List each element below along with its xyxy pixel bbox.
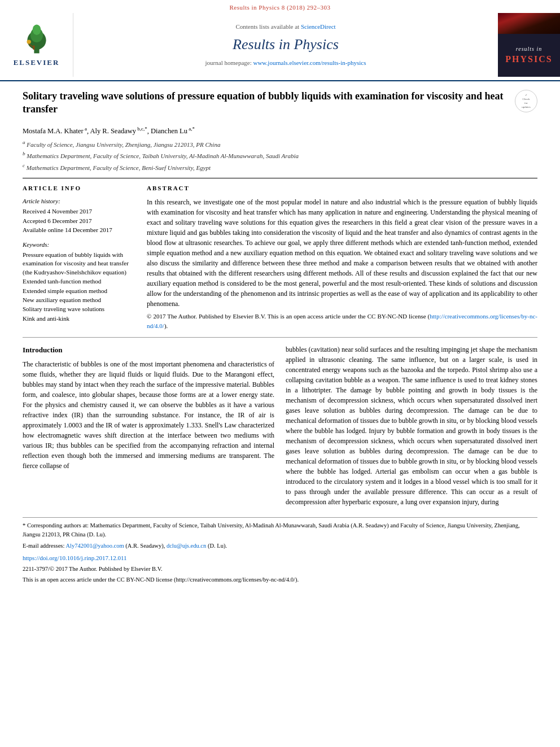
svg-point-3 [32,25,41,35]
history-label: Article history: [23,197,135,206]
results-in-label: results in [516,45,542,53]
header-content: ELSEVIER Contents lists available at Sci… [0,13,560,76]
keyword-5: Solitary traveling wave solutions [23,305,135,313]
keyword-2: Extended tanh-function method [23,277,135,286]
results-in-physics-badge: results in PHYSICS [498,34,560,76]
sciencedirect-link[interactable]: ScienceDirect [301,23,336,30]
intro-text-col1: The characteristic of bubbles is one of … [23,359,274,471]
journal-header: Results in Physics 8 (2018) 292–303 [0,0,560,81]
cc-license-link[interactable]: http://creativecommons.org/licenses/by-n… [147,313,537,329]
email-label: E-mail addresses: [23,543,64,549]
doi-line[interactable]: https://doi.org/10.1016/j.rinp.2017.12.0… [23,553,537,563]
physics-label: PHYSICS [505,53,552,65]
corresponding-label: * Corresponding authors at: [23,522,89,528]
available-date: Available online 14 December 2017 [23,226,135,234]
homepage-url[interactable]: www.journals.elsevier.com/results-in-phy… [253,59,366,66]
keyword-6: Kink and anti-kink [23,314,135,323]
intro-paragraph-1: The characteristic of bubbles is one of … [23,359,274,471]
article-title: Solitary traveling wave solutions of pre… [23,90,509,116]
issn-note: 2211-3797/© 2017 The Author. Published b… [23,565,537,574]
keyword-3: Extended simple equation method [23,287,135,295]
author-2-name: Aly R. Seadawy [90,127,136,135]
section-divider-top [23,178,537,178]
elsevier-logo: ELSEVIER [11,22,62,68]
author-1-name: Mostafa M.A. Khater [23,127,84,135]
journal-badge-section: results in PHYSICS [498,13,560,76]
email2-author: (D. Lu). [208,543,227,549]
body-column-right: bubbles (cavitation) near solid surfaces… [286,344,537,512]
elsevier-logo-section: ELSEVIER [0,13,73,76]
oa-note: This is an open access article under the… [23,575,537,584]
affiliation-b: b Mathematics Department, Faculty of Sci… [23,150,537,160]
page-wrapper: Results in Physics 8 (2018) 292–303 [0,0,560,747]
elsevier-tree-icon [11,22,62,56]
affiliations-section: a Faculty of Science, Jiangsu University… [23,139,537,172]
keywords-section: Keywords: Pressure equation of bubbly li… [23,241,135,324]
article-title-section: Solitary traveling wave solutions of pre… [23,90,537,120]
citation-text: Results in Physics 8 (2018) 292–303 [229,4,330,11]
article-info-abstract-section: ARTICLE INFO Article history: Received 4… [23,184,537,330]
journal-title: Results in Physics [233,34,339,55]
keyword-4: New auxiliary equation method [23,296,135,304]
intro-paragraph-2: bubbles (cavitation) near solid surfaces… [286,344,537,507]
email1-author: (A.R. Seadawy), [125,543,165,549]
article-history: Article history: Received 4 November 201… [23,197,135,235]
sciencedirect-line: Contents lists available at ScienceDirec… [235,23,335,31]
copyright-line: © 2017 The Author. Published by Elsevier… [147,312,537,330]
received-date: Received 4 November 2017 [23,207,135,216]
journal-homepage: journal homepage: www.journals.elsevier.… [205,59,366,67]
journal-citation-bar: Results in Physics 8 (2018) 292–303 [0,0,560,13]
homepage-label: journal homepage: [205,59,252,66]
contents-label: Contents lists available at [235,23,299,30]
check-updates-badge[interactable]: ✓ Check for updates [515,90,537,112]
abstract-text: In this research, we investigate one of … [147,197,537,330]
footnotes-section: * Corresponding authors at: Mathematics … [23,517,537,584]
doi-text: https://doi.org/10.1016/j.rinp.2017.12.0… [23,554,127,561]
svg-rect-4 [33,46,34,50]
author-3-sup: a,* [187,126,195,132]
corresponding-text: Mathematics Department, Faculty of Scien… [23,522,520,538]
abstract-heading: ABSTRACT [147,184,537,193]
intro-text-col2: bubbles (cavitation) near solid surfaces… [286,344,537,507]
accepted-date: Accepted 6 December 2017 [23,217,135,225]
affiliation-c: c Mathematics Department, Faculty of Sci… [23,162,537,172]
corresponding-author-note: * Corresponding authors at: Mathematics … [23,521,537,539]
author-2-sup: b,c,* [136,126,147,132]
body-column-left: Introduction The characteristic of bubbl… [23,344,274,512]
article-info-heading: ARTICLE INFO [23,184,135,193]
affiliation-a: a Faculty of Science, Jiangsu University… [23,139,537,149]
abstract-paragraph: In this research, we investigate one of … [147,197,537,309]
email1-link[interactable]: Aly742001@yahoo.com [65,543,124,549]
keywords-label: Keywords: [23,241,135,249]
article-info-column: ARTICLE INFO Article history: Received 4… [23,184,135,330]
svg-point-5 [27,40,30,43]
abstract-column: ABSTRACT In this research, we investigat… [147,184,537,330]
author-3-name: Dianchen Lu [151,127,187,135]
authors-line: Mostafa M.A. Khater a, Aly R. Seadawy b,… [23,125,537,137]
introduction-title: Introduction [23,344,274,356]
journal-cover-image [498,13,560,34]
elsevier-brand: ELSEVIER [14,58,60,68]
body-columns: Introduction The characteristic of bubbl… [23,344,537,512]
email2-link[interactable]: dclu@ujs.edu.cn [167,543,206,549]
email-note: E-mail addresses: Aly742001@yahoo.com (A… [23,541,537,551]
author-1-sup: a [84,126,87,132]
article-content: Solitary traveling wave solutions of pre… [0,81,560,593]
keyword-1: Pressure equation of bubbly liquids with… [23,251,135,277]
intro-divider [23,337,537,338]
journal-title-section: Contents lists available at ScienceDirec… [73,13,498,76]
